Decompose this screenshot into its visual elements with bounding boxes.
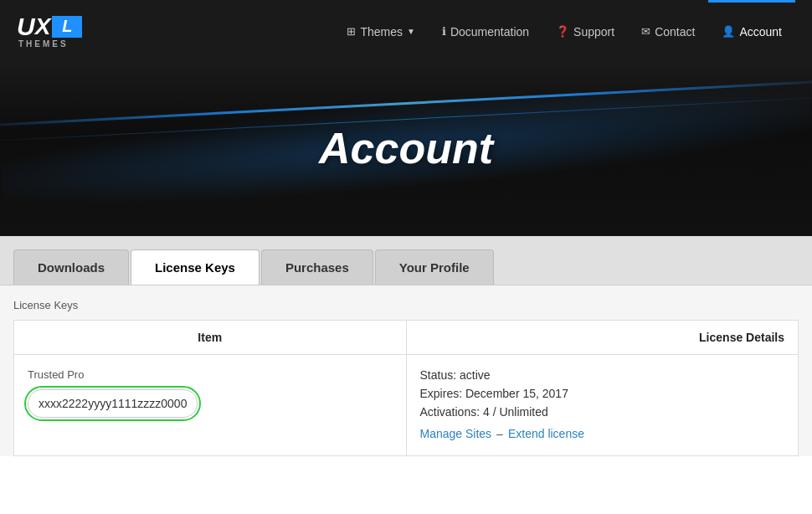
logo-x: X — [35, 13, 51, 40]
license-links: Manage Sites – Extend license — [420, 427, 785, 440]
nav-account[interactable]: 👤 Account — [708, 0, 795, 60]
page-title: Account — [319, 123, 493, 173]
tabs-row: Downloads License Keys Purchases Your Pr… — [0, 236, 812, 285]
section-label: License Keys — [13, 299, 799, 311]
td-item: Trusted Pro xxxx2222yyyy1111zzzz0000 — [14, 355, 407, 455]
logo[interactable]: U X L THEMES — [17, 13, 84, 49]
question-icon: ❓ — [556, 25, 569, 38]
col-license: License Details — [407, 321, 799, 354]
nav-support[interactable]: ❓ Support — [542, 0, 628, 60]
user-icon: 👤 — [722, 25, 735, 38]
extend-license-link[interactable]: Extend license — [508, 427, 584, 440]
logo-u: U — [17, 13, 35, 41]
activations-row: Activations: 4 / Unlimited — [420, 405, 785, 419]
logo-l: L — [62, 17, 72, 36]
status-label: Status: — [420, 368, 457, 382]
nav-account-label: Account — [739, 25, 782, 39]
nav-documentation-label: Documentation — [450, 25, 529, 39]
nav-themes-label: Themes — [360, 25, 403, 39]
logo-themes: THEMES — [17, 39, 69, 49]
content-area: Downloads License Keys Purchases Your Pr… — [0, 236, 812, 456]
col-item: Item — [14, 321, 407, 354]
td-license-details: Status: active Expires: December 15, 201… — [407, 355, 799, 455]
nav-support-label: Support — [573, 25, 614, 39]
nav-links: ⊞ Themes ▼ ℹ Documentation ❓ Support ✉ C… — [333, 0, 795, 60]
logo-blue-block: L — [52, 16, 82, 38]
activations-value: 4 / Unlimited — [483, 405, 548, 419]
nav-documentation[interactable]: ℹ Documentation — [429, 0, 542, 60]
tab-license-keys[interactable]: License Keys — [131, 249, 260, 285]
info-icon: ℹ — [442, 25, 446, 38]
expires-value: December 15, 2017 — [465, 387, 568, 400]
nav-themes[interactable]: ⊞ Themes ▼ — [333, 0, 428, 60]
hero-section: Account — [0, 60, 812, 236]
nav-contact-label: Contact — [655, 25, 695, 39]
manage-sites-link[interactable]: Manage Sites — [420, 427, 492, 440]
activations-label: Activations: — [420, 405, 481, 419]
dropdown-icon: ▼ — [407, 27, 415, 36]
nav-contact[interactable]: ✉ Contact — [628, 0, 708, 60]
tab-downloads[interactable]: Downloads — [13, 249, 129, 285]
expires-row: Expires: December 15, 2017 — [420, 387, 785, 400]
table-row: Trusted Pro xxxx2222yyyy1111zzzz0000 Sta… — [14, 355, 798, 455]
logo-container: U X L THEMES — [17, 13, 84, 49]
item-name: Trusted Pro — [28, 368, 393, 381]
expires-label: Expires: — [420, 387, 463, 400]
license-keys-section: License Keys Item License Details Truste… — [0, 285, 812, 456]
navbar: U X L THEMES ⊞ Themes ▼ ℹ Documentation … — [0, 0, 812, 60]
status-value: active — [460, 368, 491, 382]
envelope-icon: ✉ — [641, 25, 650, 38]
license-table: Item License Details Trusted Pro xxxx222… — [13, 320, 799, 456]
separator: – — [496, 427, 503, 440]
grid-icon: ⊞ — [347, 25, 356, 38]
license-key[interactable]: xxxx2222yyyy1111zzzz0000 — [28, 389, 198, 418]
table-header: Item License Details — [14, 321, 798, 355]
tab-purchases[interactable]: Purchases — [261, 249, 373, 285]
status-row: Status: active — [420, 368, 785, 382]
tab-your-profile[interactable]: Your Profile — [375, 249, 494, 285]
logo-row1: U X L — [17, 13, 84, 41]
